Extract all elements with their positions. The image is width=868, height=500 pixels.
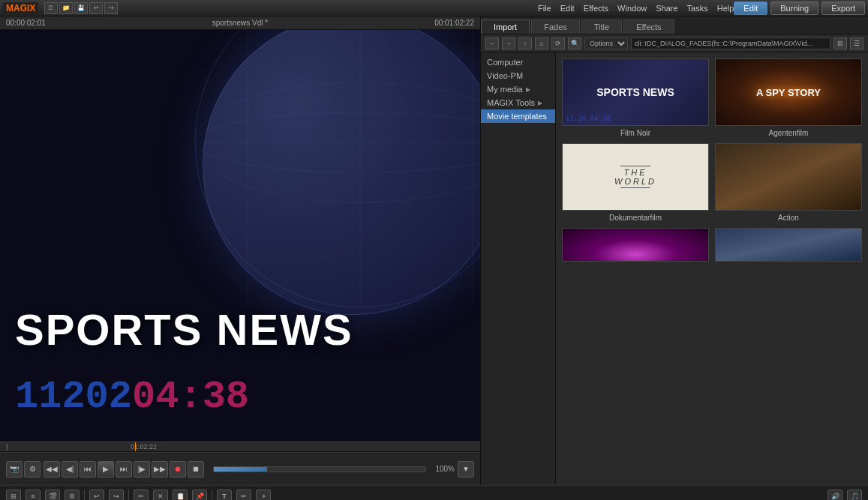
browse-body: Computer Video-PM My media ▶ MAGIX Tools… — [481, 52, 868, 485]
sports-news-overlay: SPORTS NEWS — [15, 308, 353, 352]
undo-btn[interactable]: ↩ — [89, 2, 103, 14]
tree-movietemplates[interactable]: Movie templates — [481, 109, 555, 123]
copy-btn[interactable]: 📋 — [173, 490, 188, 500]
storyboard-btn[interactable]: ⊞ — [6, 490, 21, 500]
progress-fill — [214, 467, 267, 472]
grid-view-btn[interactable]: ⊞ — [833, 37, 847, 49]
back-btn[interactable]: ← — [485, 37, 499, 49]
export-mode-btn[interactable]: Export — [821, 1, 865, 15]
paste-btn[interactable]: 📌 — [192, 490, 207, 500]
template-world[interactable]: THEWORLD Dokumentarfilm — [562, 143, 709, 222]
tree-computer[interactable]: Computer — [481, 55, 555, 69]
browse-path: cli::IDC_DIALOG_FADES(fs::C:\ProgramData… — [631, 37, 830, 49]
template-label-film-noir: Film Noir — [562, 129, 709, 137]
nav-group: ◀◀ ◀| ⏮ ▶ ⏭ |▶ ▶▶ ⏺ ⏹ — [44, 461, 204, 478]
browse-toolbar: ← → ↑ ⌂ ⟳ 🔍 Options cli::IDC_DIALOG_FADE… — [481, 34, 868, 52]
template-thumb-sports-news: SPORTS NEWS 11.20.04:38 — [562, 58, 709, 126]
main-content: 00:00:02:01 sportsnews Vdl * 00:01:02:22… — [0, 16, 868, 485]
menu-tasks[interactable]: Tasks — [687, 4, 708, 13]
new-btn[interactable]: 🗋 — [44, 2, 58, 14]
ruler-inner: | 01:02:22 — [0, 442, 480, 451]
template-sports-news[interactable]: SPORTS NEWS 11.20.04:38 Film Noir — [562, 58, 709, 137]
menu-help[interactable]: Help — [717, 4, 734, 13]
template-action[interactable]: Action — [715, 143, 862, 222]
menu-effects[interactable]: Effects — [584, 4, 608, 13]
forward-btn[interactable]: → — [502, 37, 515, 49]
tab-fades[interactable]: Fades — [531, 19, 580, 34]
record-btn[interactable]: ⏺ — [170, 461, 186, 478]
zoom-down-btn[interactable]: ▼ — [458, 461, 474, 478]
settings2-btn[interactable]: ⚙ — [65, 490, 80, 500]
timecode-display: 11202 04:38 — [15, 375, 249, 419]
tab-effects[interactable]: Effects — [623, 19, 674, 34]
burning-mode-btn[interactable]: Burning — [770, 1, 818, 15]
redo2-btn[interactable]: ↪ — [109, 490, 124, 500]
refresh-btn[interactable]: ⟳ — [551, 37, 565, 49]
template-label-agentenfilm: Agentenfilm — [715, 129, 862, 137]
delete-btn[interactable]: ✕ — [153, 490, 168, 500]
separator-2 — [128, 490, 129, 500]
timecode-blue: 11202 — [15, 375, 132, 419]
menu-bar: File Edit Effects Window Share Tasks Hel… — [538, 4, 734, 13]
thumb-timecode: 11.20.04:38 — [566, 115, 611, 122]
tree-videopm[interactable]: Video-PM — [481, 69, 555, 82]
panel-tabs: Import Fades Title Effects — [481, 16, 868, 34]
fast-forward-btn[interactable]: ⏭ — [116, 461, 132, 478]
prev-frame-btn[interactable]: ◀◀ — [44, 461, 60, 478]
right-panel: Import Fades Title Effects ← → ↑ ⌂ ⟳ 🔍 O… — [480, 16, 868, 485]
rewind-btn[interactable]: ⏮ — [80, 461, 96, 478]
cut-btn[interactable]: ✂ — [134, 490, 149, 500]
tab-title[interactable]: Title — [581, 19, 622, 34]
template-spy-story[interactable]: A SPY STORY Agentenfilm — [715, 58, 862, 137]
scene-btn[interactable]: 🎬 — [45, 490, 60, 500]
up-btn[interactable]: ↑ — [518, 37, 532, 49]
audio-settings-btn[interactable]: 🎵 — [847, 490, 862, 500]
tree-magixtools[interactable]: MAGIX Tools ▶ — [481, 96, 555, 109]
template-partial2[interactable] — [715, 228, 862, 265]
draw-btn[interactable]: ✏ — [236, 490, 251, 500]
browse-tree: Computer Video-PM My media ▶ MAGIX Tools… — [481, 52, 556, 485]
separator-1 — [84, 490, 85, 500]
text-btn[interactable]: T — [217, 490, 232, 500]
svg-point-0 — [195, 30, 480, 307]
settings-btn[interactable]: ⚙ — [24, 461, 41, 478]
undo2-btn[interactable]: ↩ — [89, 490, 104, 500]
menu-edit[interactable]: Edit — [560, 4, 575, 13]
mode-buttons: Edit Burning Export — [734, 1, 865, 15]
template-thumb-partial2 — [715, 228, 862, 262]
template-thumb-world: THEWORLD — [562, 143, 709, 211]
template-label-action: Action — [715, 214, 862, 222]
search-btn[interactable]: 🔍 — [568, 37, 581, 49]
menu-file[interactable]: File — [538, 4, 551, 13]
edit-mode-btn[interactable]: Edit — [734, 1, 767, 15]
volume-btn[interactable]: 🔊 — [827, 490, 842, 500]
video-preview: SPORTS NEWS 11202 04:38 — [0, 30, 480, 442]
tab-import[interactable]: Import — [481, 19, 530, 34]
menu-share[interactable]: Share — [656, 4, 677, 13]
timeline-btn[interactable]: ≡ — [26, 490, 41, 500]
timeline-progress[interactable] — [213, 466, 426, 472]
stop-btn[interactable]: ⏹ — [188, 461, 204, 478]
redo-btn[interactable]: ↪ — [104, 2, 118, 14]
transform-btn[interactable]: ⌖ — [256, 490, 271, 500]
home-btn[interactable]: ⌂ — [535, 37, 548, 49]
world-thumb-text: THEWORLD — [614, 168, 656, 186]
save-btn[interactable]: 💾 — [74, 2, 88, 14]
video-header: 00:00:02:01 sportsnews Vdl * 00:01:02:22 — [0, 16, 480, 30]
options-dropdown[interactable]: Options — [584, 37, 628, 49]
next-frame-btn[interactable]: ▶▶ — [152, 461, 168, 478]
ruler-mark-0: | — [6, 443, 8, 451]
tree-mymedia[interactable]: My media ▶ — [481, 82, 555, 96]
screenshot-btn[interactable]: 📷 — [6, 461, 23, 478]
timeline-ruler[interactable]: | 01:02:22 — [0, 442, 480, 452]
list-view-btn[interactable]: ☰ — [850, 37, 863, 49]
play-btn[interactable]: ▶ — [98, 461, 114, 478]
step-back-btn[interactable]: ◀| — [62, 461, 78, 478]
template-thumb-partial1 — [562, 228, 709, 262]
zoom-label: 100% — [435, 465, 455, 473]
menu-window[interactable]: Window — [617, 4, 647, 13]
template-partial1[interactable] — [562, 228, 709, 265]
step-forward-btn[interactable]: |▶ — [134, 461, 150, 478]
open-btn[interactable]: 📁 — [59, 2, 73, 14]
timecode-pink: 04:38 — [132, 375, 249, 419]
